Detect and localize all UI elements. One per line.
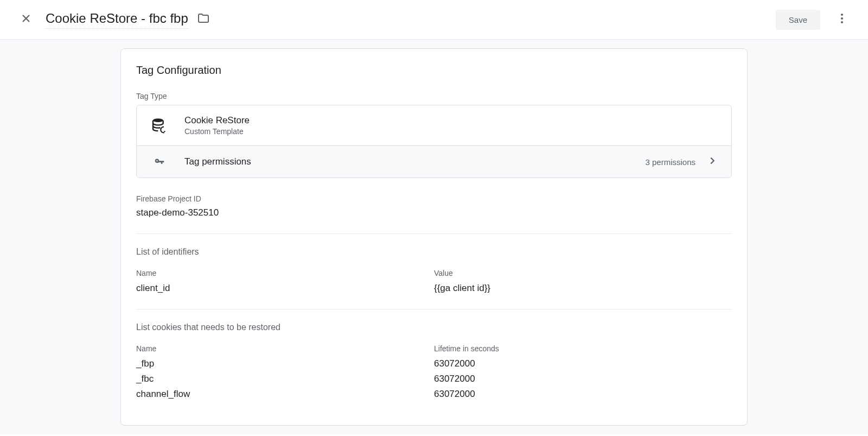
- identifiers-section-title: List of identifiers: [136, 247, 732, 257]
- cookies-col-name: Name: [136, 344, 434, 353]
- cookie-lifetime: 63072000: [434, 389, 732, 400]
- table-row: _fbc 63072000: [136, 374, 732, 384]
- svg-point-0: [841, 14, 843, 16]
- cookie-lifetime: 63072000: [434, 358, 732, 369]
- more-menu-button[interactable]: [829, 7, 855, 33]
- save-button[interactable]: Save: [776, 10, 820, 30]
- svg-point-3: [153, 118, 163, 122]
- firebase-label: Firebase Project ID: [136, 194, 732, 203]
- identifiers-col-name: Name: [136, 269, 434, 277]
- identifier-name: client_id: [136, 283, 434, 294]
- page-title[interactable]: Cookie ReStore - fbc fbp: [46, 11, 188, 29]
- cookie-name: channel_flow: [136, 389, 434, 400]
- cookies-section-title: List cookies that needs to be restored: [136, 323, 732, 332]
- identifier-value: {{ga client id}}: [434, 283, 732, 294]
- identifiers-table: Name Value client_id {{ga client id}}: [136, 269, 732, 294]
- key-icon: [150, 156, 169, 168]
- tag-type-box: Cookie ReStore Custom Template Tag permi…: [136, 105, 732, 178]
- tag-configuration-card: Tag Configuration Tag Type Cookie ReStor…: [120, 48, 748, 426]
- cookie-lifetime: 63072000: [434, 374, 732, 384]
- divider: [136, 233, 732, 234]
- permissions-label: Tag permissions: [184, 156, 645, 167]
- svg-point-4: [156, 160, 157, 161]
- chevron-right-icon: [706, 155, 718, 169]
- tag-permissions-row[interactable]: Tag permissions 3 permissions: [137, 146, 731, 178]
- database-restore-icon: [150, 116, 169, 135]
- title-container: Cookie ReStore - fbc fbp: [46, 11, 776, 29]
- page-header: Cookie ReStore - fbc fbp Save: [0, 0, 868, 40]
- table-row: _fbp 63072000: [136, 358, 732, 369]
- table-row: client_id {{ga client id}}: [136, 283, 732, 294]
- tag-type-subtitle: Custom Template: [184, 127, 250, 136]
- tag-type-info: Cookie ReStore Custom Template: [184, 115, 250, 136]
- cookies-col-lifetime: Lifetime in seconds: [434, 344, 732, 353]
- svg-point-1: [841, 17, 843, 20]
- firebase-project-id-group: Firebase Project ID stape-demo-352510: [136, 194, 732, 218]
- identifiers-col-value: Value: [434, 269, 732, 277]
- close-icon: [20, 12, 33, 27]
- tag-type-selector[interactable]: Cookie ReStore Custom Template: [137, 105, 731, 146]
- table-row: channel_flow 63072000: [136, 389, 732, 400]
- divider: [136, 309, 732, 309]
- permissions-count: 3 permissions: [645, 157, 695, 167]
- more-vertical-icon: [835, 12, 848, 27]
- card-title: Tag Configuration: [136, 64, 732, 77]
- folder-icon[interactable]: [197, 12, 210, 27]
- firebase-value: stape-demo-352510: [136, 207, 732, 218]
- close-button[interactable]: [13, 7, 39, 33]
- svg-point-2: [841, 21, 843, 23]
- identifiers-header: Name Value: [136, 269, 732, 277]
- cookies-table: Name Lifetime in seconds _fbp 63072000 _…: [136, 344, 732, 400]
- cookie-name: _fbp: [136, 358, 434, 369]
- cookies-header: Name Lifetime in seconds: [136, 344, 732, 353]
- cookie-name: _fbc: [136, 374, 434, 384]
- tag-type-name: Cookie ReStore: [184, 115, 250, 126]
- content-area: Tag Configuration Tag Type Cookie ReStor…: [0, 40, 868, 434]
- tag-type-label: Tag Type: [136, 92, 732, 100]
